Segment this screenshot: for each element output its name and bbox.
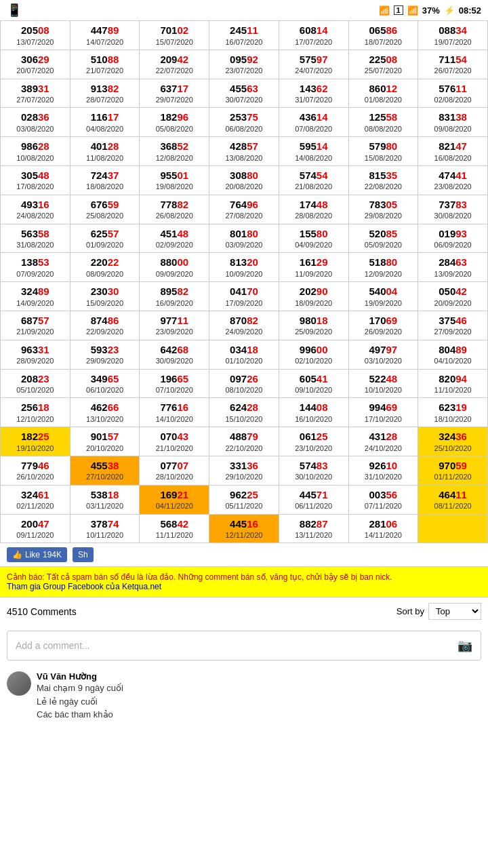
table-cell: 9261031/10/2020	[348, 456, 418, 485]
table-row: 1822519/10/20209015720/10/20200704321/10…	[1, 427, 488, 456]
sort-select[interactable]: Top Newest	[428, 603, 481, 620]
table-cell: 6081417/07/2020	[279, 21, 348, 50]
like-button[interactable]: 👍 Like 194K	[7, 547, 67, 562]
comment-placeholder: Add a comment...	[16, 640, 458, 651]
comment-count: 4510 Comments	[7, 606, 77, 617]
sort-by-container: Sort by Top Newest	[396, 603, 481, 620]
table-cell: 4361407/08/2020	[279, 108, 348, 137]
table-cell: 5951414/08/2020	[279, 137, 348, 166]
table-cell: 6242815/10/2020	[209, 398, 279, 427]
table-cell: 9862810/08/2020	[1, 137, 70, 166]
table-cell: 6765925/08/2020	[70, 195, 140, 224]
table-cell: 8601201/08/2020	[348, 79, 418, 108]
table-cell: 7794626/10/2020	[1, 456, 70, 485]
table-cell: 5208505/09/2020	[348, 224, 418, 253]
table-cell: 5761102/08/2020	[418, 79, 488, 108]
table-cell: 4641108/11/2020	[418, 485, 488, 514]
table-cell: 1744828/08/2020	[279, 195, 348, 224]
clock: 08:52	[459, 5, 481, 16]
table-cell: 5400419/09/2020	[348, 282, 418, 311]
signal-bars: 📶	[407, 5, 418, 16]
table-row: 5635831/08/20206255701/09/20204514802/09…	[1, 224, 488, 253]
table-cell: 0959223/07/2020	[209, 50, 279, 79]
table-cell: 3246102/11/2020	[1, 485, 70, 514]
avatar	[7, 671, 31, 696]
table-cell: 4478914/07/2020	[70, 21, 140, 50]
table-cell: 2202208/09/2020	[70, 253, 140, 282]
table-cell: 0612523/10/2020	[279, 427, 348, 456]
comment-item: Vũ Văn HườngMai chạm 9 ngày cuối Lẻ lẻ n…	[7, 671, 481, 722]
comment-input-area[interactable]: Add a comment... 📷	[7, 631, 481, 660]
table-cell: 0341801/10/2020	[209, 340, 279, 369]
table-cell: 1692104/11/2020	[140, 485, 209, 514]
table-cell: 2050813/07/2020	[1, 21, 70, 50]
table-cell: 8214716/08/2020	[418, 137, 488, 166]
table-cell: 1436231/07/2020	[279, 79, 348, 108]
table-cell: 9705901/11/2020	[418, 456, 488, 485]
table-cell	[418, 514, 488, 543]
charging-icon: ⚡	[444, 5, 455, 16]
table-cell: 7649627/08/2020	[209, 195, 279, 224]
table-cell: 6426830/09/2020	[140, 340, 209, 369]
table-cell: 6875721/09/2020	[1, 311, 70, 340]
table-cell: 5748330/10/2020	[279, 456, 348, 485]
table-cell: 2082305/10/2020	[1, 369, 70, 398]
table-cell: 9960002/10/2020	[279, 340, 348, 369]
table-cell: 1822519/10/2020	[1, 427, 70, 456]
table-cell: 4514802/09/2020	[140, 224, 209, 253]
table-cell: 5224810/10/2020	[348, 369, 418, 398]
table-cell: 5684211/11/2020	[140, 514, 209, 543]
table-cell: 4553827/10/2020	[70, 456, 140, 485]
tablet-icon: 📱	[7, 3, 22, 18]
table-cell: 2451116/07/2020	[209, 21, 279, 50]
table-cell: 0199306/09/2020	[418, 224, 488, 253]
table-cell: 8708224/09/2020	[209, 311, 279, 340]
table-cell: 2094222/07/2020	[140, 50, 209, 79]
table-cell: 4626613/10/2020	[70, 398, 140, 427]
table-cell: 2846313/09/2020	[418, 253, 488, 282]
table-cell: 4312824/10/2020	[348, 427, 418, 456]
table-cell: 0504220/09/2020	[418, 282, 488, 311]
share-button[interactable]: Sh	[73, 547, 94, 562]
table-cell: 5798015/08/2020	[348, 137, 418, 166]
table-cell: 6255701/09/2020	[70, 224, 140, 253]
table-cell: 8828713/11/2020	[279, 514, 348, 543]
table-cell: 9015720/10/2020	[70, 427, 140, 456]
status-right: 📶 1 📶 37% ⚡ 08:52	[379, 5, 481, 16]
comment-author: Vũ Văn Hường	[37, 671, 481, 682]
table-cell: 8800009/09/2020	[140, 253, 209, 282]
table-cell: 7788226/08/2020	[140, 195, 209, 224]
table-row: 3054817/08/20207243718/08/20209550119/08…	[1, 165, 488, 195]
table-row: 3248914/09/20202303015/09/20208958216/09…	[1, 282, 488, 311]
table-row: 3893127/07/20209138228/07/20206371729/07…	[1, 79, 488, 108]
table-cell: 7761614/10/2020	[140, 398, 209, 427]
table-cell: 2537506/08/2020	[209, 108, 279, 137]
battery-text: 37%	[422, 5, 440, 16]
group-link[interactable]: Tham gia Group Facebook của Ketqua.net	[7, 582, 161, 591]
wifi-icon: 📶	[379, 5, 390, 16]
table-cell: 9138228/07/2020	[70, 79, 140, 108]
table-cell: 5932329/09/2020	[70, 340, 140, 369]
table-cell: 4931624/08/2020	[1, 195, 70, 224]
table-cell: 2004709/11/2020	[1, 514, 70, 543]
table-cell: 0417017/09/2020	[209, 282, 279, 311]
table-cell: 4012811/08/2020	[70, 137, 140, 166]
table-cell: 3754627/09/2020	[418, 311, 488, 340]
table-cell: 5188012/09/2020	[348, 253, 418, 282]
table-row: 9862810/08/20204012811/08/20203685212/08…	[1, 137, 488, 166]
table-cell: 0035607/11/2020	[348, 485, 418, 514]
table-cell: 4887922/10/2020	[209, 427, 279, 456]
table-cell: 0770728/10/2020	[140, 456, 209, 485]
network-badge: 1	[394, 5, 403, 15]
table-row: 0283603/08/20201161704/08/20201829605/08…	[1, 108, 488, 137]
table-cell: 3248914/09/2020	[1, 282, 70, 311]
table-row: 6875721/09/20208748622/09/20209771123/09…	[1, 311, 488, 340]
like-label: Like	[25, 550, 40, 559]
table-cell: 8132010/09/2020	[209, 253, 279, 282]
table-cell: 6054109/10/2020	[279, 369, 348, 398]
table-row: 2561812/10/20204626613/10/20207761614/10…	[1, 398, 488, 427]
table-cell: 9550119/08/2020	[140, 165, 209, 195]
table-cell: 7243718/08/2020	[70, 165, 140, 195]
table-cell: 9633128/09/2020	[1, 340, 70, 369]
table-cell: 0972608/10/2020	[209, 369, 279, 398]
